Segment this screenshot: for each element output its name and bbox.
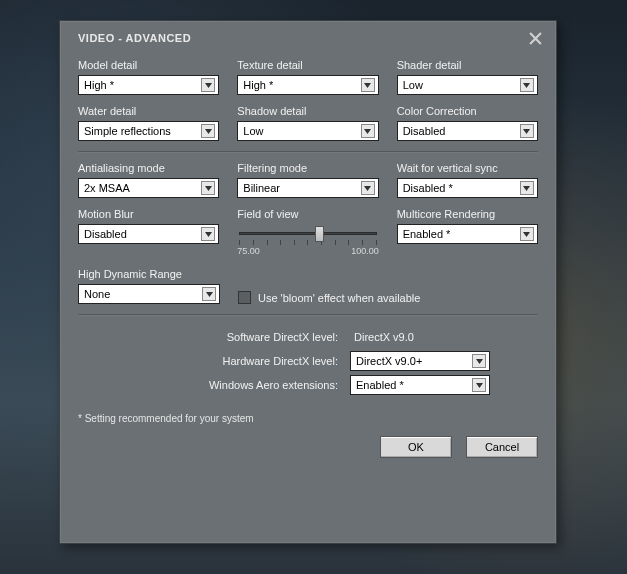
model-detail-value: High * [84,79,114,91]
divider [78,314,538,315]
hdr-value: None [84,288,110,300]
chevron-down-icon [520,124,534,138]
bloom-label: Use 'bloom' effect when available [258,292,420,304]
ok-button[interactable]: OK [380,436,452,458]
motion-blur-label: Motion Blur [78,208,219,220]
shader-detail-select[interactable]: Low [397,75,538,95]
chevron-down-icon [520,227,534,241]
hardware-directx-select[interactable]: DirectX v9.0+ [350,351,490,371]
recommended-footnote: * Setting recommended for your system [78,413,538,424]
vsync-label: Wait for vertical sync [397,162,538,174]
software-directx-label: Software DirectX level: [78,331,338,343]
water-detail-select[interactable]: Simple reflections [78,121,219,141]
motion-blur-value: Disabled [84,228,127,240]
antialiasing-select[interactable]: 2x MSAA [78,178,219,198]
hdr-label: High Dynamic Range [78,268,220,280]
color-correction-value: Disabled [403,125,446,137]
antialiasing-label: Antialiasing mode [78,162,219,174]
cancel-button[interactable]: Cancel [466,436,538,458]
titlebar: VIDEO - ADVANCED [60,21,556,55]
vsync-select[interactable]: Disabled * [397,178,538,198]
chevron-down-icon [201,227,215,241]
vsync-value: Disabled * [403,182,453,194]
directx-block: Software DirectX level: DirectX v9.0 Har… [78,325,538,397]
chevron-down-icon [201,78,215,92]
filtering-mode-select[interactable]: Bilinear [237,178,378,198]
water-detail-value: Simple reflections [84,125,171,137]
close-icon[interactable] [526,29,544,47]
dialog-content: Model detail High * Texture detail High … [60,55,556,468]
slider-thumb[interactable] [315,226,324,242]
shadow-detail-label: Shadow detail [237,105,378,117]
texture-detail-select[interactable]: High * [237,75,378,95]
water-detail-label: Water detail [78,105,219,117]
texture-detail-label: Texture detail [237,59,378,71]
hardware-directx-value: DirectX v9.0+ [356,355,422,367]
hardware-directx-label: Hardware DirectX level: [78,355,338,367]
video-advanced-dialog: VIDEO - ADVANCED Model detail High * Tex… [59,20,557,544]
chevron-down-icon [361,124,375,138]
fov-min: 75.00 [237,246,260,256]
slider-track [239,232,376,235]
model-detail-label: Model detail [78,59,219,71]
color-correction-label: Color Correction [397,105,538,117]
fov-max: 100.00 [351,246,379,256]
antialiasing-value: 2x MSAA [84,182,130,194]
color-correction-select[interactable]: Disabled [397,121,538,141]
multicore-value: Enabled * [403,228,451,240]
hdr-select[interactable]: None [78,284,220,304]
chevron-down-icon [520,181,534,195]
motion-blur-select[interactable]: Disabled [78,224,219,244]
chevron-down-icon [361,78,375,92]
aero-value: Enabled * [356,379,404,391]
shadow-detail-value: Low [243,125,263,137]
divider [78,151,538,152]
chevron-down-icon [201,124,215,138]
chevron-down-icon [472,354,486,368]
chevron-down-icon [202,287,216,301]
shader-detail-value: Low [403,79,423,91]
aero-label: Windows Aero extensions: [78,379,338,391]
fov-label: Field of view [237,208,378,220]
shader-detail-label: Shader detail [397,59,538,71]
aero-select[interactable]: Enabled * [350,375,490,395]
bloom-checkbox[interactable] [238,291,251,304]
chevron-down-icon [472,378,486,392]
filtering-mode-value: Bilinear [243,182,280,194]
fov-slider[interactable]: 75.00 100.00 [237,224,378,258]
chevron-down-icon [520,78,534,92]
window-title: VIDEO - ADVANCED [78,32,191,44]
chevron-down-icon [201,181,215,195]
model-detail-select[interactable]: High * [78,75,219,95]
software-directx-value: DirectX v9.0 [350,331,414,343]
shadow-detail-select[interactable]: Low [237,121,378,141]
filtering-mode-label: Filtering mode [237,162,378,174]
multicore-label: Multicore Rendering [397,208,538,220]
multicore-select[interactable]: Enabled * [397,224,538,244]
chevron-down-icon [361,181,375,195]
texture-detail-value: High * [243,79,273,91]
